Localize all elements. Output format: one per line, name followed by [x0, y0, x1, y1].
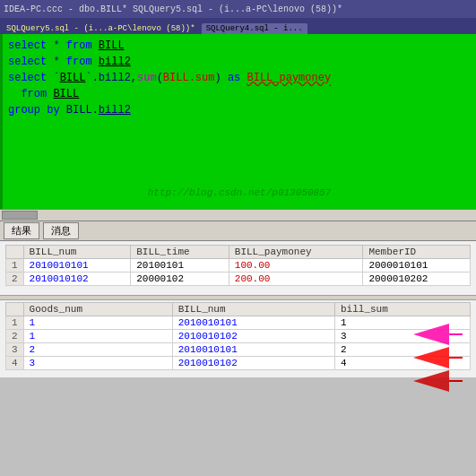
- code-line-4: from BILL: [8, 86, 471, 102]
- result-table-1: BILL_num BILL_time BILL_paymoney MemberI…: [5, 245, 471, 286]
- row-num: 2: [6, 273, 24, 286]
- result-tabs: 结果 消息: [0, 221, 476, 241]
- cell-bill-paymoney: 200.00: [229, 273, 363, 286]
- cell-bill-sum: 3: [335, 330, 471, 343]
- col-bill-time: BILL_time: [131, 246, 229, 259]
- sql-tab-1[interactable]: SQLQuery5.sql - (i...a-PC\lenovo (58))*: [2, 23, 200, 34]
- cell-bill-time: 20000102: [131, 273, 229, 286]
- col-goods-num: Goods_num: [23, 303, 172, 316]
- table-row: 1 2010010101 20100101 100.00 2000010101: [6, 259, 471, 273]
- col-rownum-1: [6, 246, 24, 259]
- title-text: IDEA-PC.ccc - dbo.BILL* SQLQuery5.sql - …: [4, 4, 342, 14]
- cell-member-id: 2000010101: [363, 259, 471, 273]
- cell-bill-sum: 1: [335, 316, 471, 330]
- col-rownum-2: [6, 303, 24, 316]
- table-row: 2 2010010102 20000102 200.00 2000010202: [6, 273, 471, 286]
- table1-wrapper: BILL_num BILL_time BILL_paymoney MemberI…: [0, 241, 476, 295]
- sql-tab-2[interactable]: SQLQuery4.sql - i...: [202, 23, 307, 34]
- cell-bill-num: 2010010101: [172, 343, 334, 357]
- col-bill-num: BILL_num: [23, 246, 131, 259]
- row-num: 3: [6, 343, 24, 357]
- cell-bill-sum: 4: [335, 357, 471, 370]
- row-num: 1: [6, 316, 24, 330]
- cell-goods-num: 1: [23, 330, 172, 343]
- code-line-2: select * from bill2: [8, 54, 471, 70]
- code-editor[interactable]: select * from BILL select * from bill2 s…: [0, 34, 476, 209]
- col-bill-sum: bill_sum: [335, 303, 471, 316]
- row-num: 2: [6, 330, 24, 343]
- cell-bill-num: 2010010101: [172, 316, 334, 330]
- col-member-id: MemberID: [363, 246, 471, 259]
- cell-bill-time: 20100101: [131, 259, 229, 273]
- cell-goods-num: 1: [23, 316, 172, 330]
- cell-bill-num: 2010010102: [172, 357, 334, 370]
- cell-bill-num: 2010010101: [23, 259, 131, 273]
- watermark: http://blog.csdn.net/p013050857: [148, 187, 332, 198]
- bottom-panel: 结果 消息 BILL_num BILL_time BILL_paymoney M…: [0, 221, 476, 377]
- result-tab[interactable]: 结果: [4, 222, 39, 239]
- cell-goods-num: 2: [23, 343, 172, 357]
- message-tab[interactable]: 消息: [43, 222, 79, 239]
- row-num: 1: [6, 259, 24, 273]
- horizontal-scrollbar[interactable]: [0, 209, 476, 221]
- cell-bill-sum: 2: [335, 343, 471, 357]
- cell-goods-num: 3: [23, 357, 172, 370]
- cell-bill-num: 2010010102: [172, 330, 334, 343]
- code-line-5: group by BILL.bill2: [8, 102, 471, 118]
- code-line-3: select `BILL`.bill2,sum(BILL.sum) as BIL…: [8, 70, 471, 86]
- table-row: 3 2 2010010101 2: [6, 343, 471, 357]
- code-line-1: select * from BILL: [8, 38, 471, 54]
- col-bill-paymoney: BILL_paymoney: [229, 246, 363, 259]
- table-row: 1 1 2010010101 1: [6, 316, 471, 330]
- table-row: 4 3 2010010102 4: [6, 357, 471, 370]
- table2-wrapper: Goods_num BILL_num bill_sum 1 1 20100101…: [0, 300, 476, 377]
- table-row: 2 1 2010010102 3: [6, 330, 471, 343]
- cell-bill-num: 2010010102: [23, 273, 131, 286]
- title-bar: IDEA-PC.ccc - dbo.BILL* SQLQuery5.sql - …: [0, 0, 476, 18]
- row-num: 4: [6, 357, 24, 370]
- col-bill-num-2: BILL_num: [172, 303, 334, 316]
- svg-marker-4: [413, 370, 449, 392]
- cell-bill-paymoney: 100.00: [229, 259, 363, 273]
- result-table-2: Goods_num BILL_num bill_sum 1 1 20100101…: [5, 302, 471, 370]
- cell-member-id: 2000010202: [363, 273, 471, 286]
